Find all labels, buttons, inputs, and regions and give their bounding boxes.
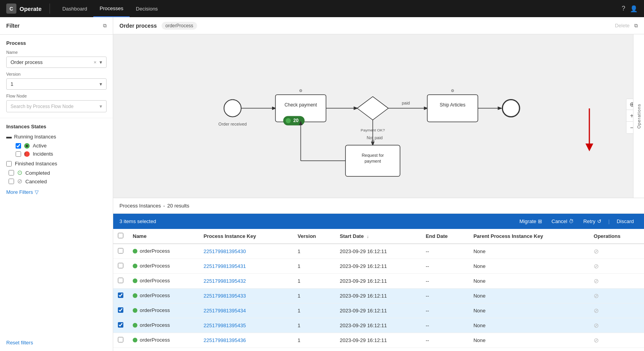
row-parent-key: None (469, 289, 589, 303)
completed-checkbox-item[interactable]: ⊙ Completed (9, 170, 107, 176)
row-key-link[interactable]: 225179981395434 (204, 308, 246, 314)
row-name-text: orderProcess (140, 263, 170, 269)
row-operations[interactable]: ⊘ (589, 318, 644, 333)
process-section: Process Name Order process × ▾ Version 1… (0, 35, 113, 118)
row-key[interactable]: 225179981395430 (199, 244, 293, 259)
row-checkbox-cell[interactable] (113, 348, 128, 351)
row-checkbox-cell[interactable] (113, 333, 128, 348)
filter-panel-toggle-icon[interactable]: ⧉ (103, 23, 107, 29)
user-icon[interactable]: 👤 (630, 5, 638, 12)
row-checkbox-cell[interactable] (113, 259, 128, 274)
row-checkbox-cell[interactable] (113, 289, 128, 303)
row-cancel-icon[interactable]: ⊘ (594, 292, 599, 299)
active-status-dot: ● (24, 143, 30, 149)
row-cancel-icon[interactable]: ⊘ (594, 337, 599, 344)
row-checkbox[interactable] (118, 307, 123, 313)
running-instances-label: Running Instances (14, 134, 56, 140)
col-key: Process Instance Key (199, 229, 293, 244)
nav-processes[interactable]: Processes (93, 0, 130, 17)
row-checkbox[interactable] (118, 263, 123, 268)
table-header-row: Name Process Instance Key Version Start … (113, 229, 644, 244)
row-operations[interactable]: ⊘ (589, 274, 644, 289)
nav-dashboard[interactable]: Dashboard (56, 0, 94, 17)
row-checkbox[interactable] (118, 278, 123, 283)
row-checkbox-cell[interactable] (113, 244, 128, 259)
row-key-link[interactable]: 225179981395435 (204, 323, 246, 328)
operations-side-tab[interactable]: Operations (633, 34, 644, 198)
col-end-date: End Date (421, 229, 469, 244)
row-parent-key: None (469, 259, 589, 274)
incidents-checkbox[interactable] (16, 151, 21, 157)
row-key[interactable]: 225179981395437 (199, 348, 293, 351)
row-key-link[interactable]: 225179981395433 (204, 293, 246, 299)
more-filters-link[interactable]: More Filters ▽ (6, 189, 107, 195)
row-cancel-icon[interactable]: ⊘ (594, 322, 599, 329)
flow-node-select[interactable]: Search by Process Flow Node ▾ (6, 100, 107, 112)
canceled-checkbox-item[interactable]: ⊘ Canceled (9, 178, 107, 184)
row-key[interactable]: 225179981395435 (199, 318, 293, 333)
nav-decisions[interactable]: Decisions (130, 0, 164, 17)
row-key-link[interactable]: 225179981395432 (204, 278, 246, 284)
help-icon[interactable]: ? (622, 5, 625, 12)
row-key[interactable]: 225179981395432 (199, 274, 293, 289)
row-checkbox-cell[interactable] (113, 318, 128, 333)
delete-button[interactable]: Delete (615, 23, 630, 28)
table-row: orderProcess 225179981395434 1 2023-09-2… (113, 303, 644, 318)
row-operations[interactable]: ⊘ (589, 289, 644, 303)
row-key-link[interactable]: 225179981395430 (204, 248, 246, 254)
finished-instances-checkbox[interactable] (6, 161, 12, 167)
row-key-link[interactable]: 225179981395431 (204, 263, 246, 269)
row-key[interactable]: 225179981395433 (199, 289, 293, 303)
version-value: 1 (11, 81, 13, 87)
discard-button[interactable]: Discard (613, 217, 638, 226)
bpmn-diagram-area: Order received ⚙ Check payment 20 Paymen… (113, 34, 644, 198)
row-cancel-icon[interactable]: ⊘ (594, 307, 599, 314)
cancel-action-label: Cancel (551, 218, 567, 224)
clear-name-icon[interactable]: × (94, 59, 97, 65)
version-dropdown-icon: ▾ (100, 81, 102, 87)
row-status-dot (133, 249, 137, 254)
active-checkbox-item[interactable]: ● Active (16, 143, 107, 149)
row-key[interactable]: 225179981395434 (199, 303, 293, 318)
row-key[interactable]: 225179981395436 (199, 333, 293, 348)
action-separator: | (608, 218, 610, 224)
content-panel-toggle-icon[interactable]: ⧉ (634, 23, 638, 29)
row-operations[interactable]: ⊘ (589, 348, 644, 351)
row-checkbox[interactable] (118, 337, 123, 342)
row-checkbox-cell[interactable] (113, 274, 128, 289)
row-checkbox[interactable] (118, 292, 123, 298)
row-cancel-icon[interactable]: ⊘ (594, 278, 599, 284)
reset-filters-link[interactable]: Reset filters (0, 334, 113, 351)
canceled-checkbox[interactable] (9, 179, 14, 184)
row-key-link[interactable]: 225179981395436 (204, 337, 246, 343)
row-key[interactable]: 225179981395431 (199, 259, 293, 274)
row-end-date: -- (421, 318, 469, 333)
row-name-text: orderProcess (140, 292, 170, 298)
row-start-date: 2023-09-29 16:12:11 (335, 259, 421, 274)
row-start-date: 2023-09-29 16:12:11 (335, 303, 421, 318)
completed-checkbox[interactable] (9, 170, 14, 176)
active-checkbox[interactable] (16, 143, 21, 149)
retry-button[interactable]: Retry ↺ (579, 217, 605, 226)
row-operations[interactable]: ⊘ (589, 333, 644, 348)
select-all-checkbox[interactable] (118, 233, 123, 238)
row-operations[interactable]: ⊘ (589, 303, 644, 318)
row-operations[interactable]: ⊘ (589, 244, 644, 259)
row-checkbox[interactable] (118, 248, 123, 254)
row-checkbox[interactable] (118, 322, 123, 328)
process-name-select[interactable]: Order process × ▾ (6, 57, 107, 68)
row-end-date: -- (421, 348, 469, 351)
row-checkbox-cell[interactable] (113, 303, 128, 318)
running-instances-collapse[interactable]: ▬ Running Instances (6, 133, 107, 140)
incidents-checkbox-item[interactable]: ! Incidents (16, 151, 107, 157)
canceled-status-dot: ⊘ (17, 178, 22, 184)
row-cancel-icon[interactable]: ⊘ (594, 248, 599, 255)
row-operations[interactable]: ⊘ (589, 259, 644, 274)
row-cancel-icon[interactable]: ⊘ (594, 263, 599, 269)
table-row: orderProcess 225179981395436 1 2023-09-2… (113, 333, 644, 348)
row-version: 1 (293, 259, 335, 274)
finished-instances-checkbox-item[interactable]: Finished Instances (6, 161, 107, 167)
migrate-button[interactable]: Migrate ⊞ (516, 217, 546, 226)
cancel-action-button[interactable]: Cancel ⏱ (548, 217, 578, 226)
version-select[interactable]: 1 ▾ (6, 78, 107, 90)
